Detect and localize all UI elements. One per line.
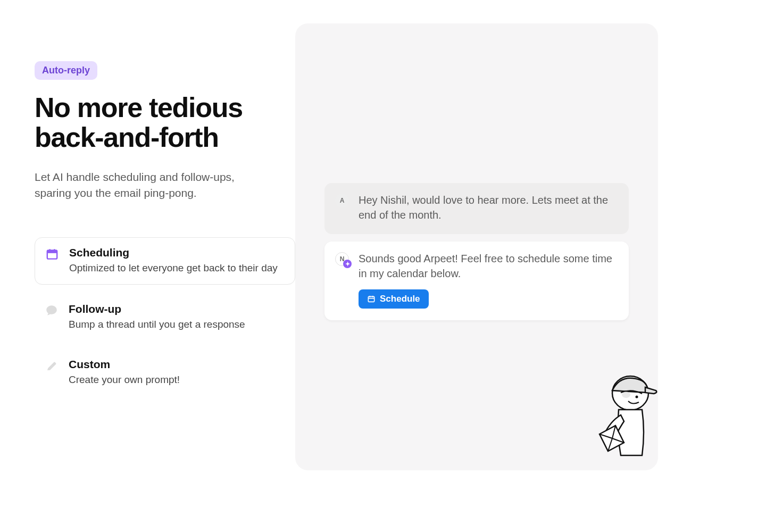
calendar-icon [45,247,60,262]
feature-desc: Optimized to let everyone get back to th… [69,261,285,276]
chat-message-text: Sounds good Arpeet! Feel free to schedul… [359,251,618,281]
chat-bubble-reply: N ✦ Sounds good Arpeet! Feel free to sch… [324,242,629,320]
feature-title: Follow-up [69,303,286,315]
page-subtitle: Let AI handle scheduling and follow-ups,… [35,169,269,201]
feature-custom[interactable]: Custom Create your own prompt! [35,350,295,396]
chat-bubble-incoming: A Hey Nishil, would love to hear more. L… [324,183,629,234]
right-panel: A Hey Nishil, would love to hear more. L… [295,0,766,532]
chat-preview: A Hey Nishil, would love to hear more. L… [295,23,658,470]
feature-desc: Create your own prompt! [69,373,286,387]
avatar: A [335,194,349,207]
svg-rect-4 [368,296,374,302]
feature-desc: Bump a thread until you get a response [69,318,286,332]
pencil-icon [44,359,59,373]
svg-rect-1 [47,250,57,253]
avatar: N ✦ [335,252,349,266]
feature-title: Custom [69,358,286,371]
svg-point-9 [636,396,638,398]
schedule-button-label: Schedule [380,294,420,304]
svg-point-10 [622,392,630,398]
feature-list: Scheduling Optimized to let everyone get… [35,237,295,396]
calendar-icon [367,295,376,303]
feature-followup[interactable]: Follow-up Bump a thread until you get a … [35,294,295,340]
chat-bubble-icon [44,303,59,318]
schedule-button[interactable]: Schedule [359,289,429,309]
left-panel: Auto-reply No more tedious back-and-fort… [0,0,295,532]
sparkle-icon: ✦ [343,260,352,268]
mascot-illustration [589,364,658,470]
feature-scheduling[interactable]: Scheduling Optimized to let everyone get… [35,237,295,285]
chat-message-text: Hey Nishil, would love to hear more. Let… [359,193,618,222]
feature-title: Scheduling [69,246,285,259]
category-badge: Auto-reply [35,61,97,80]
page-title: No more tedious back-and-forth [35,93,295,152]
